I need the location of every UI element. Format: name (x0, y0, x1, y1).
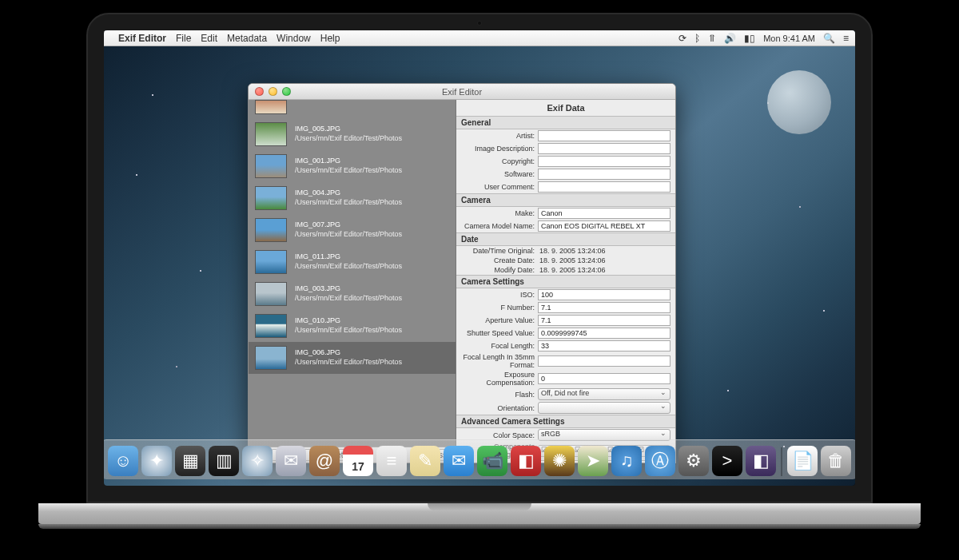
field-label: Date/Time Original: (461, 247, 535, 255)
dock-mission-control-icon[interactable]: ▥ (209, 446, 239, 476)
menu-edit[interactable]: Edit (201, 33, 217, 44)
field-row: Image Description: (456, 142, 675, 155)
field-label: Shutter Speed Value: (461, 329, 535, 337)
field-row: Software: (456, 168, 675, 181)
dock-contacts-icon[interactable]: @ (309, 446, 340, 476)
field-exposure-compensation-[interactable] (538, 373, 671, 384)
field-copyright-[interactable] (538, 156, 671, 167)
dock-exif-editor-icon[interactable]: ◧ (746, 446, 776, 476)
field-label: ISO: (461, 291, 535, 299)
dock-preferences-icon[interactable]: ⚙ (678, 446, 709, 476)
minimize-button[interactable] (269, 87, 277, 96)
file-path: /Users/mn/Exif Editor/Test/Photos (295, 198, 402, 208)
thumbnail (255, 314, 287, 338)
section-header: Date (456, 232, 675, 246)
spotlight-icon[interactable]: 🔍 (823, 33, 835, 44)
zoom-button[interactable] (282, 87, 291, 96)
field-artist-[interactable] (538, 130, 671, 141)
close-button[interactable] (255, 87, 264, 96)
dock-trash-icon[interactable]: 🗑 (821, 446, 851, 476)
dock-facetime-icon[interactable]: 📹 (477, 446, 507, 476)
dock-launchpad-icon[interactable]: ▦ (175, 446, 205, 476)
dock-reminders-icon[interactable]: ≡ (376, 446, 407, 476)
list-item[interactable]: IMG_004.JPG/Users/mn/Exif Editor/Test/Ph… (249, 182, 456, 214)
dock-maps-icon[interactable]: ➤ (578, 446, 608, 476)
dock-notes-icon[interactable]: ✎ (410, 446, 440, 476)
field-image-description-[interactable] (538, 143, 671, 154)
clock[interactable]: Mon 9:41 AM (763, 34, 815, 43)
notification-icon[interactable]: ≡ (843, 33, 849, 44)
field-shutter-speed-value-[interactable] (538, 328, 671, 339)
field-row: Focal Length In 35mm Format: (456, 352, 675, 370)
field-flash-[interactable]: Off, Did not fire (538, 388, 671, 400)
field-label: Aperture Value: (461, 316, 535, 324)
menu-metadata[interactable]: Metadata (227, 33, 267, 44)
file-path: /Users/mn/Exif Editor/Test/Photos (295, 326, 402, 336)
titlebar[interactable]: Exif Editor (249, 84, 675, 100)
battery-icon[interactable]: ▮▯ (744, 33, 755, 44)
list-item[interactable]: IMG_006.JPG/Users/mn/Exif Editor/Test/Ph… (249, 342, 456, 374)
dock-appstore-icon[interactable]: Ⓐ (645, 446, 675, 476)
dock-iphoto-icon[interactable]: ✺ (544, 446, 575, 476)
field-camera-model-name-[interactable] (538, 220, 671, 232)
field-aperture-value-[interactable] (538, 315, 671, 326)
field-label: Software: (461, 170, 535, 178)
list-item[interactable]: IMG_007.JPG/Users/mn/Exif Editor/Test/Ph… (249, 214, 456, 246)
field-focal-length-in---mm-format-[interactable] (538, 355, 671, 367)
app-menu[interactable]: Exif Editor (118, 33, 166, 44)
field-modify-date-: 18. 9. 2005 13:24:06 (538, 266, 671, 274)
desktop: Exif Editor FileEditMetadataWindowHelp ⟳… (104, 30, 855, 486)
field-date-time-original-: 18. 9. 2005 13:24:06 (538, 247, 671, 255)
dock-pages-icon[interactable]: 📄 (787, 446, 818, 476)
dock-mail-icon[interactable]: ✉ (276, 446, 306, 476)
bluetooth-icon[interactable]: ᛒ (694, 33, 700, 44)
file-name: IMG_010.JPG (295, 316, 402, 326)
dock-photobooth-icon[interactable]: ◧ (511, 446, 541, 476)
file-name: IMG_003.JPG (295, 284, 402, 294)
list-item[interactable]: IMG_005.JPG/Users/mn/Exif Editor/Test/Ph… (249, 118, 456, 150)
list-item[interactable]: IMG_003.JPG/Users/mn/Exif Editor/Test/Ph… (249, 278, 456, 310)
list-item[interactable]: IMG_010.JPG/Users/mn/Exif Editor/Test/Ph… (249, 310, 456, 342)
field-f-number-[interactable] (538, 302, 671, 313)
file-path: /Users/mn/Exif Editor/Test/Photos (295, 294, 402, 304)
field-orientation-[interactable] (538, 402, 671, 414)
sidebar: IMG_005.JPG/Users/mn/Exif Editor/Test/Ph… (249, 100, 456, 463)
app-window: Exif Editor IMG_005.JPG/Users/mn/Exif Ed… (248, 83, 676, 463)
dock-messages-icon[interactable]: ✉ (444, 446, 474, 476)
wallpaper-moon (767, 70, 831, 134)
field-label: Make: (461, 209, 535, 217)
dock-terminal-icon[interactable]: > (712, 446, 742, 476)
section-header: Camera Settings (456, 275, 675, 288)
menu-help[interactable]: Help (320, 33, 340, 44)
field-make-[interactable] (538, 208, 671, 219)
macbook-foot (38, 524, 921, 529)
section-header: General (456, 116, 675, 129)
dock-safari2-icon[interactable]: ✧ (242, 446, 273, 476)
field-label: Focal Length: (461, 342, 535, 350)
list-item[interactable]: IMG_001.JPG/Users/mn/Exif Editor/Test/Ph… (249, 150, 456, 182)
file-name: IMG_011.JPG (295, 252, 402, 262)
field-focal-length-[interactable] (538, 340, 671, 351)
dock-finder-icon[interactable]: ☺ (108, 446, 138, 476)
file-name: IMG_005.JPG (295, 125, 402, 134)
field-label: Artist: (461, 132, 535, 140)
menu-file[interactable]: File (176, 33, 191, 44)
list-item[interactable]: IMG_011.JPG/Users/mn/Exif Editor/Test/Ph… (249, 246, 456, 278)
macbook-base (38, 503, 921, 524)
field-label: Exposure Compensation: (461, 371, 535, 387)
field-iso-[interactable] (538, 289, 671, 300)
field-row: ISO: (456, 288, 675, 301)
list-item[interactable] (249, 100, 456, 118)
window-title: Exif Editor (442, 87, 482, 97)
wifi-icon[interactable]: ⥣ (708, 33, 716, 44)
menu-window[interactable]: Window (277, 33, 311, 44)
dock-calendar-icon[interactable]: 17 (343, 446, 373, 476)
timemachine-icon[interactable]: ⟳ (678, 33, 686, 44)
field-software-[interactable] (538, 169, 671, 180)
volume-icon[interactable]: 🔊 (724, 33, 736, 44)
field-user-comment-[interactable] (538, 181, 671, 193)
file-path: /Users/mn/Exif Editor/Test/Photos (295, 262, 402, 272)
dock-safari-icon[interactable]: ✦ (141, 446, 172, 476)
camera-icon (477, 21, 482, 26)
dock-itunes-icon[interactable]: ♫ (611, 446, 642, 476)
